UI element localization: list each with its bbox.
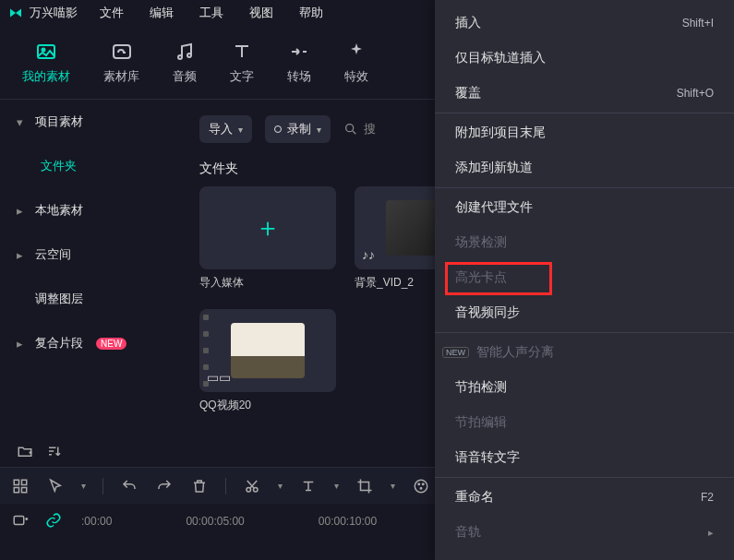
link-icon[interactable]: [44, 511, 63, 530]
ctx-label: 覆盖: [455, 85, 481, 101]
media-sidebar: ▾ 项目素材 文件夹 ▸ 本地素材 ▸ 云空间 调整图层 ▸ 复合片段 NEW: [0, 100, 185, 467]
search-input[interactable]: 搜: [343, 121, 376, 137]
tab-my-media[interactable]: 我的素材: [22, 41, 70, 85]
chevron-down-icon[interactable]: ▾: [81, 481, 86, 491]
add-track-icon[interactable]: [11, 511, 30, 530]
ctx-label: 智能人声分离: [476, 344, 554, 361]
svg-rect-11: [22, 487, 27, 492]
tab-label: 文字: [230, 68, 254, 85]
menu-view[interactable]: 视图: [249, 5, 273, 21]
ctx-label: 高光卡点: [455, 269, 507, 286]
menu-file[interactable]: 文件: [100, 5, 124, 21]
pointer-icon[interactable]: [46, 477, 65, 495]
import-label: 导入: [209, 121, 233, 137]
import-button[interactable]: 导入 ▾: [199, 115, 252, 143]
chevron-right-icon: ▸: [17, 337, 26, 351]
app-logo-icon: [7, 5, 24, 21]
tab-text[interactable]: 文字: [230, 41, 254, 85]
ctx-label: 插入: [455, 15, 481, 31]
svg-point-5: [346, 125, 354, 132]
tab-audio[interactable]: 音频: [173, 41, 197, 85]
svg-point-4: [187, 54, 191, 57]
trash-icon[interactable]: [190, 477, 209, 495]
sidebar-item-label: 项目素材: [35, 113, 83, 130]
cloud-icon: [111, 41, 133, 63]
time-ruler[interactable]: :00:00 00:00:05:00 00:00:10:00: [81, 511, 377, 528]
new-badge: NEW: [96, 338, 126, 350]
image-icon: [35, 41, 57, 63]
music-icon: ♪♪: [362, 247, 375, 262]
chevron-down-icon: ▾: [238, 125, 243, 135]
undo-icon[interactable]: [120, 477, 138, 495]
svg-point-16: [423, 483, 425, 485]
svg-rect-18: [14, 517, 24, 525]
sidebar-item-label: 本地素材: [35, 202, 83, 219]
transition-icon: [288, 41, 310, 63]
sidebar-item-project[interactable]: ▾ 项目素材: [0, 100, 185, 144]
record-button[interactable]: 录制 ▾: [265, 115, 331, 143]
ctx-label: 附加到项目末尾: [455, 125, 546, 141]
ctx-label: 重命名: [455, 489, 494, 506]
crop-icon[interactable]: [355, 477, 374, 495]
ctx-relink: 重新链接媒体: [435, 550, 734, 560]
ctx-stt[interactable]: 语音转文字: [435, 440, 734, 475]
ctx-rename[interactable]: 重命名 F2: [435, 480, 734, 515]
svg-rect-2: [114, 45, 130, 58]
cut-icon[interactable]: [243, 477, 261, 495]
ctx-overwrite[interactable]: 覆盖 Shift+O: [435, 76, 734, 111]
ctx-append-end[interactable]: 附加到项目末尾: [435, 115, 734, 150]
ctx-av-sync[interactable]: 音视频同步: [435, 295, 734, 330]
ctx-label: 节拍编辑: [455, 414, 507, 431]
chevron-down-icon[interactable]: ▾: [391, 481, 395, 491]
sidebar-item-folder[interactable]: 文件夹: [0, 144, 185, 188]
separator: [435, 332, 734, 333]
svg-point-14: [415, 480, 427, 493]
sidebar-item-compound[interactable]: ▸ 复合片段 NEW: [0, 321, 185, 365]
chevron-down-icon: ▾: [317, 125, 321, 135]
menu-edit[interactable]: 编辑: [150, 5, 174, 21]
svg-rect-9: [22, 480, 27, 484]
svg-point-3: [178, 55, 182, 59]
sidebar-item-cloud[interactable]: ▸ 云空间: [0, 232, 185, 277]
sidebar-item-adjust[interactable]: 调整图层: [0, 277, 185, 321]
chevron-right-icon: ▸: [708, 527, 714, 539]
record-label: 录制: [287, 121, 311, 137]
media-card[interactable]: ▭▭ QQ视频20: [199, 309, 336, 413]
ctx-add-track[interactable]: 添加到新轨道: [435, 150, 734, 185]
app-name: 万兴喵影: [30, 5, 78, 21]
shortcut: Shift+O: [677, 87, 714, 100]
menu-help[interactable]: 帮助: [299, 5, 323, 21]
new-folder-icon[interactable]: [17, 443, 33, 459]
chevron-down-icon[interactable]: ▾: [278, 481, 283, 491]
ctx-beat-edit: 节拍编辑: [435, 405, 734, 440]
sidebar-item-label: 复合片段: [35, 335, 83, 351]
ctx-target-insert[interactable]: 仅目标轨道插入: [435, 41, 734, 76]
ctx-label: 场景检测: [455, 234, 507, 251]
ctx-label: 创建代理文件: [455, 199, 533, 216]
chevron-down-icon[interactable]: ▾: [334, 481, 339, 491]
tab-stock[interactable]: 素材库: [103, 41, 139, 85]
context-menu: 插入 Shift+I 仅目标轨道插入 覆盖 Shift+O 附加到项目末尾 添加…: [435, 0, 734, 560]
text-tool-icon[interactable]: [299, 477, 318, 495]
ctx-create-proxy[interactable]: 创建代理文件: [435, 190, 734, 225]
separator: [435, 113, 734, 113]
tab-effects[interactable]: 特效: [344, 41, 368, 85]
menu-tools[interactable]: 工具: [199, 5, 223, 21]
ctx-label: 语音转文字: [455, 449, 520, 466]
redo-icon[interactable]: [155, 477, 174, 495]
grid-view-icon[interactable]: [11, 477, 30, 495]
svg-point-17: [420, 487, 422, 489]
sidebar-item-local[interactable]: ▸ 本地素材: [0, 188, 185, 232]
ctx-highlight-card: 高光卡点: [435, 260, 734, 295]
sort-icon[interactable]: [46, 443, 63, 459]
import-card[interactable]: ＋ 导入媒体: [199, 186, 336, 291]
ctx-insert[interactable]: 插入 Shift+I: [435, 6, 734, 41]
tab-transitions[interactable]: 转场: [287, 41, 311, 85]
ctx-beat-detect[interactable]: 节拍检测: [435, 370, 734, 405]
search-icon: [343, 122, 358, 137]
ctx-audio-tracks: 音轨 ▸: [435, 515, 734, 550]
time-tick: 00:00:05:00: [186, 515, 244, 528]
separator: [225, 478, 226, 494]
palette-icon[interactable]: [412, 477, 430, 495]
ctx-scene-detect: 场景检测: [435, 225, 734, 260]
